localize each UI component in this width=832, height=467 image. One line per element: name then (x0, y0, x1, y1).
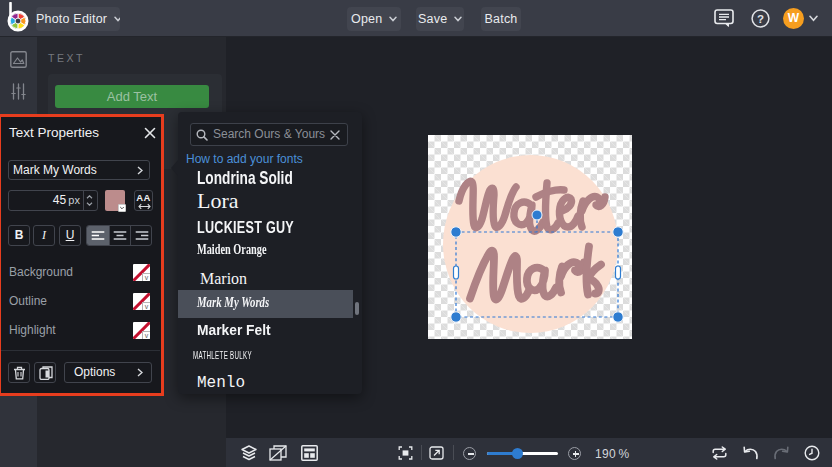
svg-text:?: ? (757, 13, 764, 25)
